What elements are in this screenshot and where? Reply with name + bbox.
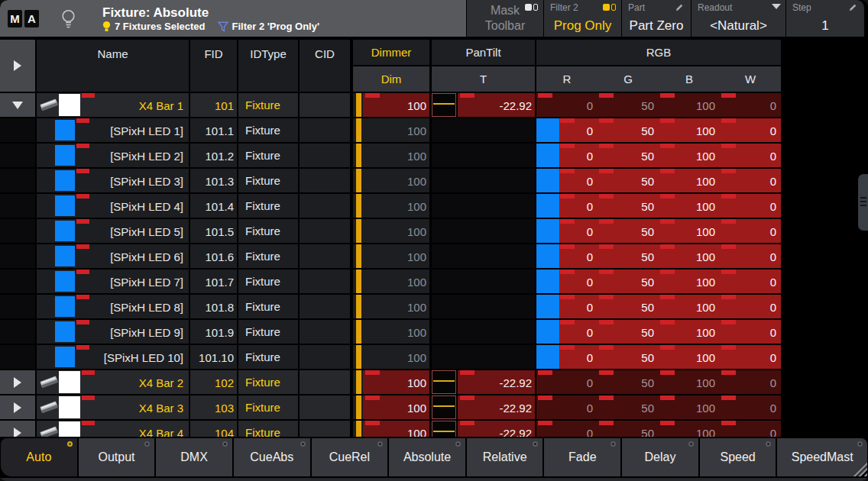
rgb-b-cell[interactable]: 100 xyxy=(659,320,720,344)
rgb-cells[interactable]: 0501000 xyxy=(536,320,781,344)
fid-cell[interactable]: 101.10 xyxy=(190,345,237,369)
tilt-cell[interactable] xyxy=(432,144,535,167)
tilt-cell[interactable]: -22.92 xyxy=(432,93,535,117)
table-row[interactable]: [SPixH LED 4]101.4Fixture1000501000 xyxy=(0,194,868,218)
dimmer-cell[interactable]: 100 xyxy=(353,93,429,117)
tilt-cell[interactable] xyxy=(432,320,535,344)
tab-delay[interactable]: Delay xyxy=(622,438,698,476)
tilt-cell[interactable]: -22.92 xyxy=(432,395,535,419)
name-cell[interactable]: X4 Bar 4 xyxy=(37,421,189,437)
idtype-cell[interactable]: Fixture xyxy=(238,194,298,218)
rgb-r-cell[interactable]: 0 xyxy=(536,93,598,117)
tilt-cell[interactable] xyxy=(432,345,535,369)
fid-cell[interactable]: 102 xyxy=(190,370,237,394)
rgb-r-cell[interactable]: 0 xyxy=(536,370,598,394)
tab-relative[interactable]: Relative xyxy=(467,438,543,476)
fid-cell[interactable]: 104 xyxy=(190,421,237,437)
table-row[interactable]: [SPixH LED 10]101.10Fixture1000501000 xyxy=(0,345,868,369)
column-header-idtype[interactable]: IDType xyxy=(238,40,298,92)
fid-cell[interactable]: 101.7 xyxy=(190,270,237,293)
idtype-cell[interactable]: Fixture xyxy=(238,244,298,268)
column-header-cid[interactable]: CID xyxy=(300,40,350,92)
sub-header-b[interactable]: B xyxy=(659,73,720,86)
fid-cell[interactable]: 101.3 xyxy=(190,169,237,192)
rgb-g-cell[interactable]: 50 xyxy=(598,169,659,192)
fid-cell[interactable]: 103 xyxy=(190,395,237,419)
cid-cell[interactable] xyxy=(300,93,350,117)
cid-cell[interactable] xyxy=(300,345,350,369)
dimmer-cell[interactable]: 100 xyxy=(353,118,429,142)
sub-header-g[interactable]: G xyxy=(598,73,659,86)
name-cell[interactable]: [SPixH LED 1] xyxy=(37,118,189,142)
filter-button[interactable]: Filter 2 Prog Only xyxy=(543,0,621,37)
dimmer-cell[interactable]: 100 xyxy=(353,194,429,218)
title-bar[interactable]: M A Fixture: Absolute 7 Fixtures Selecte… xyxy=(0,0,868,37)
fid-cell[interactable]: 101.8 xyxy=(190,295,237,318)
tilt-cell[interactable]: -22.92 xyxy=(432,421,535,437)
header-expander-cell[interactable] xyxy=(0,40,35,92)
name-cell[interactable]: [SPixH LED 10] xyxy=(37,345,189,369)
rgb-g-cell[interactable]: 50 xyxy=(598,219,659,243)
rgb-r-cell[interactable]: 0 xyxy=(536,421,598,437)
tab-speedmast[interactable]: SpeedMast xyxy=(777,438,867,476)
rgb-b-cell[interactable]: 100 xyxy=(659,93,720,117)
sub-header-dim[interactable]: Dim xyxy=(353,66,429,92)
rgb-b-cell[interactable]: 100 xyxy=(659,144,720,167)
tilt-cell[interactable] xyxy=(432,295,535,318)
cid-cell[interactable] xyxy=(300,320,350,344)
dimmer-cell[interactable]: 100 xyxy=(353,270,429,293)
rgb-w-cell[interactable]: 0 xyxy=(720,118,781,142)
tab-cueabs[interactable]: CueAbs xyxy=(234,438,310,476)
table-row[interactable]: X4 Bar 4104Fixture100-22.920501000 xyxy=(0,421,868,437)
fid-cell[interactable]: 101.4 xyxy=(190,194,237,218)
dimmer-cell[interactable]: 100 xyxy=(353,244,429,268)
tilt-cell[interactable] xyxy=(432,194,535,218)
dimmer-cell[interactable]: 100 xyxy=(353,421,429,437)
rgb-w-cell[interactable]: 0 xyxy=(720,219,781,243)
rgb-cells[interactable]: 0501000 xyxy=(536,295,781,318)
idtype-cell[interactable]: Fixture xyxy=(238,370,298,394)
rgb-g-cell[interactable]: 50 xyxy=(598,194,659,218)
tab-cuerel[interactable]: CueRel xyxy=(312,438,388,476)
rgb-cells[interactable]: 0501000 xyxy=(536,219,781,243)
idtype-cell[interactable]: Fixture xyxy=(238,93,298,117)
rgb-b-cell[interactable]: 100 xyxy=(659,244,720,268)
table-row[interactable]: [SPixH LED 9]101.9Fixture1000501000 xyxy=(0,320,868,344)
dimmer-cell[interactable]: 100 xyxy=(353,144,429,167)
table-row[interactable]: X4 Bar 1101Fixture100-22.920501000 xyxy=(0,93,868,117)
table-row[interactable]: [SPixH LED 7]101.7Fixture1000501000 xyxy=(0,270,868,293)
fid-cell[interactable]: 101.1 xyxy=(190,118,237,142)
table-row[interactable]: [SPixH LED 8]101.8Fixture1000501000 xyxy=(0,295,868,318)
rgb-g-cell[interactable]: 50 xyxy=(598,370,659,394)
rgb-g-cell[interactable]: 50 xyxy=(598,118,659,142)
tilt-cell[interactable] xyxy=(432,219,535,243)
group-header-dimmer[interactable]: Dimmer xyxy=(353,40,429,65)
rgb-b-cell[interactable]: 100 xyxy=(659,421,720,437)
table-row[interactable]: [SPixH LED 5]101.5Fixture1000501000 xyxy=(0,219,868,243)
cid-cell[interactable] xyxy=(300,295,350,318)
sub-header-w[interactable]: W xyxy=(720,73,781,86)
rgb-r-cell[interactable]: 0 xyxy=(536,395,598,419)
idtype-cell[interactable]: Fixture xyxy=(238,345,298,369)
rgb-w-cell[interactable]: 0 xyxy=(720,169,781,192)
rgb-w-cell[interactable]: 0 xyxy=(720,370,781,394)
table-row[interactable]: X4 Bar 2102Fixture100-22.920501000 xyxy=(0,370,868,394)
rgb-cells[interactable]: 0501000 xyxy=(536,194,781,218)
cid-cell[interactable] xyxy=(300,244,350,268)
sub-header-r[interactable]: R xyxy=(536,73,598,86)
cid-cell[interactable] xyxy=(300,370,350,394)
cid-cell[interactable] xyxy=(300,144,350,167)
rgb-cells[interactable]: 0501000 xyxy=(536,395,781,419)
rgb-w-cell[interactable]: 0 xyxy=(720,144,781,167)
tilt-cell[interactable] xyxy=(432,169,535,192)
rgb-b-cell[interactable]: 100 xyxy=(659,118,720,142)
rgb-w-cell[interactable]: 0 xyxy=(720,194,781,218)
tilt-cell[interactable] xyxy=(432,118,535,142)
table-row[interactable]: [SPixH LED 6]101.6Fixture1000501000 xyxy=(0,244,868,268)
rgb-g-cell[interactable]: 50 xyxy=(598,320,659,344)
rgb-b-cell[interactable]: 100 xyxy=(659,219,720,243)
dimmer-cell[interactable]: 100 xyxy=(353,320,429,344)
row-expander[interactable] xyxy=(0,370,35,394)
dimmer-cell[interactable]: 100 xyxy=(353,395,429,419)
rgb-w-cell[interactable]: 0 xyxy=(720,270,781,293)
